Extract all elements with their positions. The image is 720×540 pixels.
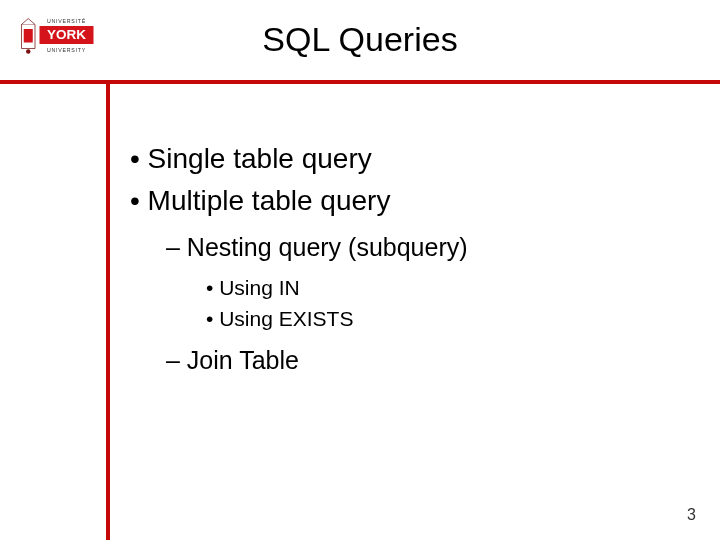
bullet-level-3: Using IN Using EXISTS [206, 273, 690, 334]
bullet-level-2: Nesting query (subquery) [166, 230, 690, 265]
bullet-text: Using IN [219, 276, 300, 299]
bullet-text: Nesting query (subquery) [187, 233, 468, 261]
bullet-text: Multiple table query [148, 185, 391, 216]
bullet-level-2: Join Table [166, 343, 690, 378]
bullet-item: Using IN [206, 273, 690, 302]
slide-title: SQL Queries [0, 20, 720, 59]
bullet-item: Nesting query (subquery) [166, 230, 690, 265]
bullet-text: Join Table [187, 346, 299, 374]
slide-content: Single table query Multiple table query … [130, 140, 690, 382]
page-number: 3 [687, 506, 696, 524]
bullet-item: Multiple table query [130, 182, 690, 220]
bullet-item: Single table query [130, 140, 690, 178]
bullet-level-1: Single table query Multiple table query [130, 140, 690, 220]
bullet-text: Single table query [148, 143, 372, 174]
bullet-text: Using EXISTS [219, 307, 353, 330]
bullet-item: Using EXISTS [206, 304, 690, 333]
slide: YORK UNIVERSITÉ UNIVERSITY SQL Queries S… [0, 0, 720, 540]
vertical-divider [106, 80, 110, 540]
bullet-item: Join Table [166, 343, 690, 378]
